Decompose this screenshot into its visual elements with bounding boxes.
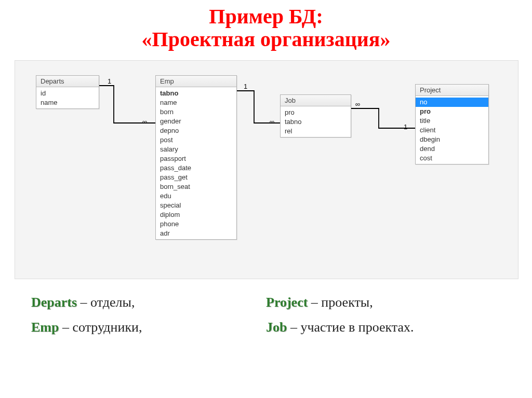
table-departs[interactable]: Departs idname — [36, 75, 99, 109]
field[interactable]: diplom — [156, 210, 236, 219]
legend-term: Project — [266, 295, 308, 310]
legend-desc: – отделы, — [77, 295, 135, 310]
table-project[interactable]: Project noprotitleclientdbegindendcost — [415, 84, 489, 164]
table-fields: idname — [36, 87, 99, 108]
legend-entry-project: Project – проекты, — [266, 295, 501, 310]
field[interactable]: post — [156, 135, 236, 145]
legend-entry-emp: Emp – сотрудники, — [31, 320, 266, 335]
legend-desc: – участие в проектах. — [287, 320, 414, 335]
field[interactable]: phone — [156, 219, 236, 229]
slide-title: Пример БД: «Проектная организация» — [0, 5, 532, 51]
cardinality-one: 1 — [108, 77, 111, 85]
field[interactable]: name — [156, 98, 236, 107]
legend: Departs – отделы, Project – проекты, Emp… — [31, 295, 501, 335]
field[interactable]: no — [416, 98, 488, 107]
legend-entry-job: Job – участие в проектах. — [266, 320, 501, 335]
field[interactable]: special — [156, 201, 236, 210]
cardinality-many: ∞ — [270, 118, 274, 126]
legend-desc: – проекты, — [308, 295, 373, 310]
field[interactable]: rel — [281, 127, 351, 136]
table-emp[interactable]: Emp tabnonameborngenderdepnopostsalarypa… — [155, 75, 237, 240]
field[interactable]: pro — [416, 107, 488, 116]
field[interactable]: gender — [156, 117, 236, 126]
table-job[interactable]: Job protabnorel — [280, 94, 351, 138]
cardinality-many: ∞ — [355, 100, 360, 108]
field[interactable]: depno — [156, 126, 236, 135]
cardinality-one: 1 — [244, 83, 247, 90]
table-fields: protabnorel — [281, 106, 351, 137]
field[interactable]: salary — [156, 145, 236, 154]
field[interactable]: adr — [156, 229, 236, 238]
legend-entry-departs: Departs – отделы, — [31, 295, 266, 310]
table-header: Job — [281, 95, 351, 106]
field[interactable]: dend — [416, 144, 488, 154]
field[interactable]: born — [156, 107, 236, 117]
cardinality-many: ∞ — [142, 118, 147, 126]
table-header: Departs — [36, 76, 99, 87]
title-line-2: «Проектная организация» — [142, 28, 391, 51]
table-fields: noprotitleclientdbegindendcost — [416, 96, 488, 164]
field[interactable]: id — [36, 89, 99, 98]
field[interactable]: pass_get — [156, 173, 236, 182]
field[interactable]: tabno — [156, 89, 236, 98]
field[interactable]: born_seat — [156, 182, 236, 191]
field[interactable]: name — [36, 98, 99, 107]
field[interactable]: passport — [156, 154, 236, 163]
legend-term: Emp — [31, 320, 59, 335]
legend-term: Departs — [31, 295, 77, 310]
field[interactable]: dbegin — [416, 135, 488, 144]
legend-desc: – сотрудники, — [59, 320, 142, 335]
field[interactable]: cost — [416, 154, 488, 163]
field[interactable]: tabno — [281, 117, 351, 127]
table-header: Project — [416, 85, 488, 96]
field[interactable]: pro — [281, 108, 351, 117]
title-line-1: Пример БД: — [209, 5, 323, 28]
table-header: Emp — [156, 76, 236, 87]
legend-term: Job — [266, 320, 287, 335]
table-fields: tabnonameborngenderdepnopostsalarypasspo… — [156, 87, 236, 239]
field[interactable]: title — [416, 116, 488, 126]
er-diagram: 1 ∞ 1 ∞ ∞ 1 Departs idname Emp tabnoname… — [15, 60, 518, 279]
field[interactable]: pass_date — [156, 163, 236, 173]
field[interactable]: client — [416, 126, 488, 135]
field[interactable]: edu — [156, 191, 236, 201]
cardinality-one: 1 — [404, 123, 407, 131]
